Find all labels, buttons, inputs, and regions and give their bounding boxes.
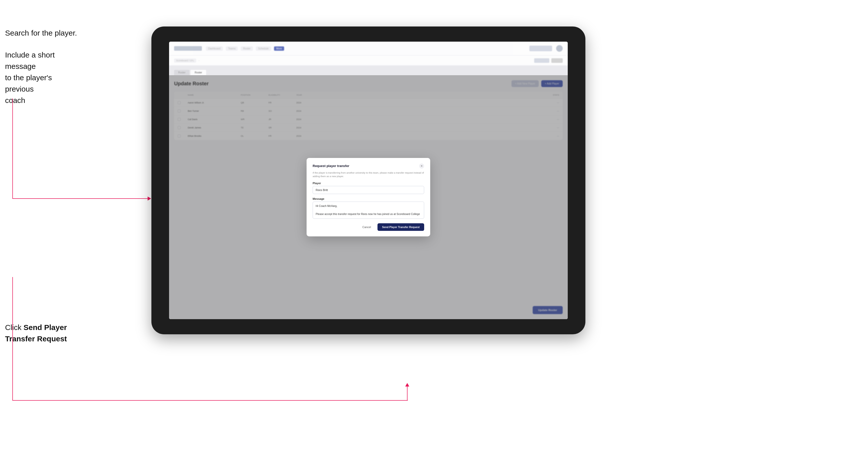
header-right	[534, 58, 563, 63]
tab-roster-inactive: Roster	[174, 70, 189, 75]
tablet-screen: Dashboard Teams Roster Schedule More Sco…	[169, 42, 568, 319]
message-field-label: Message	[313, 197, 424, 200]
message-textarea[interactable]	[313, 201, 424, 219]
arrow-line-v1	[12, 98, 13, 199]
modal-close-button[interactable]: ×	[419, 163, 424, 168]
modal-footer: Cancel Send Player Transfer Request	[313, 223, 424, 231]
nav-item-roster: Roster	[241, 46, 253, 51]
arrow-line-h2	[12, 400, 408, 401]
modal-title: Request player transfer	[313, 164, 349, 168]
nav-item-schedule: Schedule	[256, 46, 271, 51]
modal-dialog: Request player transfer × If the player …	[307, 158, 430, 237]
annotation-click: Click Send Player Transfer Request	[5, 322, 78, 344]
modal-overlay: Request player transfer × If the player …	[169, 75, 568, 319]
modal-description: If the player is transferring from anoth…	[313, 171, 424, 178]
arrow-line-h1	[12, 198, 149, 199]
annotation-message: Include a short message to the player's …	[5, 49, 78, 106]
arrow-head-2	[405, 383, 409, 386]
app-logo	[174, 46, 202, 51]
tablet-device: Dashboard Teams Roster Schedule More Sco…	[151, 27, 585, 334]
breadcrumb-scoreboard: Scoreboard / CFL	[174, 59, 196, 63]
nav-item-more: More	[274, 46, 284, 51]
arrow-head-1	[148, 196, 151, 200]
tab-roster-active: Roster	[190, 70, 206, 75]
arrow-line-v2	[12, 277, 13, 401]
nav-item-dashboard: Dashboard	[206, 46, 223, 51]
nav-bar: Dashboard Teams Roster Schedule More	[206, 46, 525, 51]
player-field-label: Player	[313, 182, 424, 185]
main-content-area: Update Roster + Add New Player + Add Pla…	[169, 75, 568, 319]
app-header: Dashboard Teams Roster Schedule More	[169, 42, 568, 56]
send-transfer-button[interactable]: Send Player Transfer Request	[377, 223, 424, 231]
sub-header: Scoreboard / CFL ›	[169, 56, 568, 66]
tabs-bar: Roster Roster	[169, 66, 568, 75]
arrow-line-v2b	[407, 385, 407, 401]
close-icon: ×	[421, 164, 423, 168]
header-add-btn	[529, 46, 552, 51]
nav-item-teams: Teams	[226, 46, 238, 51]
annotation-search: Search for the player.	[5, 27, 77, 39]
breadcrumb-sep: ›	[198, 59, 199, 62]
header-avatar	[556, 45, 563, 52]
cancel-button[interactable]: Cancel	[358, 224, 375, 230]
player-input[interactable]	[313, 186, 424, 194]
modal-header: Request player transfer ×	[313, 163, 424, 168]
